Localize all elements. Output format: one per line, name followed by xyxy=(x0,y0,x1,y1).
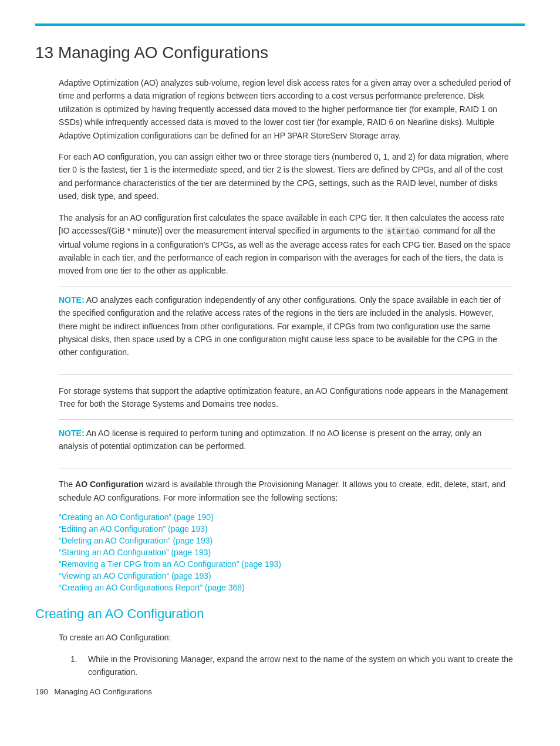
steps-list: 1. While in the Provisioning Manager, ex… xyxy=(59,653,513,679)
note1-text: AO analyzes each configuration independe… xyxy=(59,295,501,357)
note1-label: NOTE: xyxy=(59,295,85,305)
note-block-1: NOTE: AO analyzes each configuration ind… xyxy=(59,286,513,375)
note2-content: NOTE: An AO license is required to perfo… xyxy=(59,427,513,453)
footer-text: Managing AO Configurations xyxy=(55,687,152,696)
paragraph-2: For each AO configuration, you can assig… xyxy=(59,150,513,203)
list-item: “Starting an AO Configuration” (page 193… xyxy=(59,548,513,557)
section2-content: To create an AO Configuration: 1. While … xyxy=(59,631,513,679)
list-item: “Viewing an AO Configuration” (page 193) xyxy=(59,571,513,580)
link-editing[interactable]: “Editing an AO Configuration” (page 193) xyxy=(59,524,208,534)
page-footer: 190 Managing AO Configurations xyxy=(35,687,152,696)
note1-content: NOTE: AO analyzes each configuration ind… xyxy=(59,293,513,359)
step-text: While in the Provisioning Manager, expan… xyxy=(88,653,513,679)
section2-title: Creating an AO Configuration xyxy=(35,606,525,622)
wizard-before: The xyxy=(59,480,75,489)
top-border xyxy=(35,23,525,26)
paragraph-3: The analysis for an AO configuration fir… xyxy=(59,211,513,278)
paragraph-1: Adaptive Optimization (AO) analyzes sub-… xyxy=(59,76,513,142)
footer-page-number: 190 xyxy=(35,687,48,696)
links-list: “Creating an AO Configuration” (page 190… xyxy=(59,512,513,592)
link-starting[interactable]: “Starting an AO Configuration” (page 193… xyxy=(59,548,211,557)
list-item: “Creating an AO Configuration” (page 190… xyxy=(59,512,513,522)
list-item: “Editing an AO Configuration” (page 193) xyxy=(59,524,513,534)
wizard-bold: AO Configuration xyxy=(75,480,144,489)
step-number: 1. xyxy=(70,653,88,679)
section2-intro: To create an AO Configuration: xyxy=(59,631,513,644)
link-creating[interactable]: “Creating an AO Configuration” (page 190… xyxy=(59,512,214,522)
page: 13 Managing AO Configurations Adaptive O… xyxy=(0,0,560,708)
link-deleting[interactable]: “Deleting an AO Configuration” (page 193… xyxy=(59,536,212,545)
chapter-title: 13 Managing AO Configurations xyxy=(35,43,525,62)
link-report[interactable]: “Creating an AO Configurations Report” (… xyxy=(59,583,245,592)
paragraph-after-note1: For storage systems that support the ada… xyxy=(59,384,513,411)
list-item: 1. While in the Provisioning Manager, ex… xyxy=(70,653,513,679)
startao-code: startao xyxy=(385,227,421,237)
note-block-2: NOTE: An AO license is required to perfo… xyxy=(59,419,513,469)
note2-label: NOTE: xyxy=(59,428,85,438)
link-removing[interactable]: “Removing a Tier CPG from an AO Configur… xyxy=(59,559,281,569)
list-item: “Creating an AO Configurations Report” (… xyxy=(59,583,513,592)
content-block: Adaptive Optimization (AO) analyzes sub-… xyxy=(59,76,513,592)
list-item: “Removing a Tier CPG from an AO Configur… xyxy=(59,559,513,569)
note2-text: An AO license is required to perform tun… xyxy=(59,428,481,451)
link-viewing[interactable]: “Viewing an AO Configuration” (page 193) xyxy=(59,571,211,580)
list-item: “Deleting an AO Configuration” (page 193… xyxy=(59,536,513,545)
paragraph-wizard: The AO Configuration wizard is available… xyxy=(59,478,513,504)
